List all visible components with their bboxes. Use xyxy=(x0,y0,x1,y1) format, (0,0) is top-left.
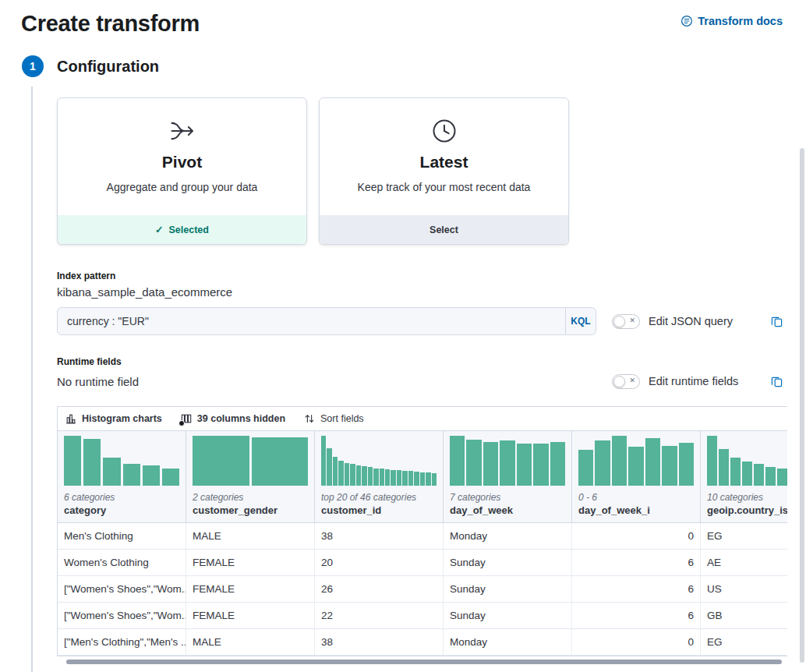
histogram-bar xyxy=(380,469,384,486)
kql-language-button[interactable]: KQL xyxy=(565,308,596,334)
histogram-bar xyxy=(83,439,101,486)
histogram-bar xyxy=(391,470,395,486)
page-vertical-scrollbar[interactable] xyxy=(800,148,804,663)
cell-category[interactable]: ["Men's Clothing","Men's ... xyxy=(58,629,186,655)
column-name: customer_gender xyxy=(193,504,308,516)
cell-day_of_week_i[interactable]: 6 xyxy=(572,550,701,575)
source-data-grid: Histogram charts 39 columns hidden xyxy=(57,406,787,656)
cell-customer_gender[interactable]: MALE xyxy=(186,523,315,549)
histogram-bar xyxy=(373,469,378,486)
latest-card[interactable]: Latest Keep track of your most recent da… xyxy=(319,97,569,245)
table-row: ["Women's Shoes","Wom...FEMALE22Sunday6G… xyxy=(58,603,787,629)
cell-day_of_week[interactable]: Sunday xyxy=(444,576,572,602)
latest-select-button[interactable]: Select xyxy=(320,215,568,244)
histogram-bar xyxy=(338,461,343,486)
histogram-bar xyxy=(327,448,331,486)
column-header-customer_id[interactable]: top 20 of 46 categoriescustomer_id xyxy=(315,431,444,522)
cell-customer_id[interactable]: 38 xyxy=(315,629,444,655)
page-header: Create transform Transform docs xyxy=(0,0,806,37)
latest-card-title: Latest xyxy=(320,153,568,172)
docs-link-label: Transform docs xyxy=(698,15,783,27)
cell-geoip.country_iso_[interactable]: EG xyxy=(701,523,787,549)
column-name: category xyxy=(64,504,179,516)
column-header-category[interactable]: 6 categoriescategory xyxy=(58,431,186,522)
histogram-bar xyxy=(754,464,764,486)
column-histogram xyxy=(707,436,787,486)
cell-geoip.country_iso_[interactable]: GB xyxy=(701,603,787,628)
histogram-bar xyxy=(719,449,729,486)
histogram-bar xyxy=(466,440,481,486)
grid-table: 6 categoriescategory2 categoriescustomer… xyxy=(58,431,787,656)
edit-runtime-fields-toggle[interactable]: ✕ xyxy=(612,374,640,389)
histogram-bar xyxy=(550,442,565,486)
table-row: ["Men's Clothing","Men's ...MALE38Monday… xyxy=(58,629,787,656)
cell-category[interactable]: ["Women's Shoes","Wom... xyxy=(58,576,186,602)
step-header: 1 Configuration xyxy=(22,55,806,77)
sort-fields-button[interactable]: Sort fields xyxy=(304,413,364,424)
cell-day_of_week[interactable]: Monday xyxy=(444,629,572,655)
histogram-bar xyxy=(679,443,694,486)
cell-day_of_week_i[interactable]: 6 xyxy=(572,576,701,602)
columns-hidden-badge xyxy=(179,420,185,426)
histogram-charts-button[interactable]: Histogram charts xyxy=(65,413,162,424)
column-header-geoip.country_iso_[interactable]: 10 categoriesgeoip.country_iso_ xyxy=(701,431,787,522)
copy-query-button[interactable] xyxy=(771,316,783,327)
pivot-card[interactable]: Pivot Aggregate and group your data ✓ Se… xyxy=(57,97,307,245)
search-query-bar[interactable]: currency : "EUR" KQL xyxy=(57,307,596,335)
grid-toolbar: Histogram charts 39 columns hidden xyxy=(58,407,787,431)
cell-customer_id[interactable]: 26 xyxy=(315,576,444,602)
histogram-bar xyxy=(432,473,437,486)
cell-geoip.country_iso_[interactable]: AE xyxy=(701,550,787,575)
check-icon: ✓ xyxy=(155,224,163,235)
column-name: day_of_week_i xyxy=(578,504,694,516)
histogram-bar xyxy=(143,465,160,486)
cell-customer_id[interactable]: 20 xyxy=(315,550,444,575)
copy-runtime-fields-button[interactable] xyxy=(771,376,783,387)
cell-day_of_week[interactable]: Sunday xyxy=(444,550,572,575)
cell-geoip.country_iso_[interactable]: US xyxy=(701,576,787,602)
histogram-bar xyxy=(742,462,752,486)
table-row: Men's ClothingMALE38Monday0EG xyxy=(58,523,787,550)
pivot-card-title: Pivot xyxy=(58,153,306,172)
histogram-bar xyxy=(483,442,498,486)
histogram-bar xyxy=(368,467,373,486)
cell-day_of_week_i[interactable]: 0 xyxy=(572,523,701,549)
transform-docs-link[interactable]: Transform docs xyxy=(681,15,783,27)
latest-card-description: Keep track of your most recent data xyxy=(320,181,568,193)
cell-day_of_week_i[interactable]: 0 xyxy=(572,629,701,655)
cell-geoip.country_iso_[interactable]: EG xyxy=(701,629,787,655)
edit-json-query-toggle[interactable]: ✕ xyxy=(612,314,640,329)
column-header-day_of_week_i[interactable]: 0 - 6day_of_week_i xyxy=(572,431,701,522)
histogram-bar xyxy=(765,467,776,486)
query-input[interactable]: currency : "EUR" xyxy=(58,315,565,327)
cell-customer_id[interactable]: 22 xyxy=(315,603,444,628)
cell-customer_gender[interactable]: MALE xyxy=(186,629,315,655)
histogram-bar xyxy=(730,458,741,486)
histogram-bar xyxy=(533,444,548,486)
pivot-selected-footer[interactable]: ✓ Selected xyxy=(58,215,306,244)
cell-day_of_week_i[interactable]: 6 xyxy=(572,603,701,628)
cell-day_of_week[interactable]: Sunday xyxy=(444,603,572,628)
histogram-bar xyxy=(333,457,338,486)
histogram-charts-icon xyxy=(65,413,76,424)
column-header-customer_gender[interactable]: 2 categoriescustomer_gender xyxy=(186,431,315,522)
cell-category[interactable]: Men's Clothing xyxy=(58,523,186,549)
column-histogram xyxy=(578,436,694,486)
grid-horizontal-scrollbar[interactable] xyxy=(66,660,782,664)
column-header-day_of_week[interactable]: 7 categoriesday_of_week xyxy=(444,431,572,522)
column-histogram xyxy=(450,436,565,486)
cell-category[interactable]: ["Women's Shoes","Wom... xyxy=(58,603,186,628)
cell-day_of_week[interactable]: Monday xyxy=(444,523,572,549)
cell-customer_gender[interactable]: FEMALE xyxy=(186,550,315,575)
columns-hidden-button[interactable]: 39 columns hidden xyxy=(181,413,285,424)
histogram-bar xyxy=(662,446,677,486)
pivot-card-icon-wrap xyxy=(58,116,306,146)
cell-customer_gender[interactable]: FEMALE xyxy=(186,603,315,628)
cell-customer_gender[interactable]: FEMALE xyxy=(186,576,315,602)
histogram-bar xyxy=(595,440,610,486)
step-number-badge: 1 xyxy=(22,55,44,77)
histogram-bar xyxy=(777,469,787,486)
cell-customer_id[interactable]: 38 xyxy=(315,523,444,549)
toggle-knob xyxy=(613,376,625,387)
cell-category[interactable]: Women's Clothing xyxy=(58,550,186,575)
